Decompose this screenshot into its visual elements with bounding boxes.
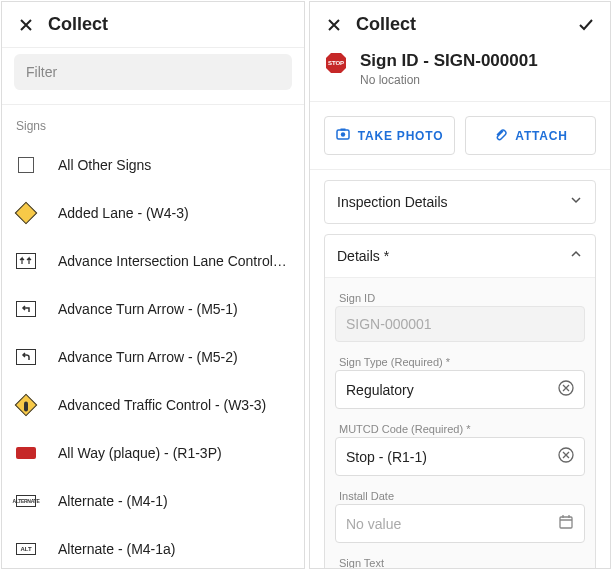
sign-type-label: Sign Type (Required) * [335,356,585,370]
record-sub: No location [360,73,538,87]
sign-item-w3-3[interactable]: Advanced Traffic Control - (W3-3) [2,381,304,429]
left-panel: Collect Signs All Other Signs Added Lane… [1,1,305,569]
field-sign-text: Sign Text STOP [335,557,585,569]
rect-arrows-icon [16,251,36,271]
inspection-section[interactable]: Inspection Details [324,180,596,224]
close-icon[interactable] [16,15,36,35]
details-header[interactable]: Details * [325,235,595,277]
right-title: Collect [356,14,576,35]
sign-item-added-lane[interactable]: Added Lane - (W4-3) [2,189,304,237]
sign-id-label: Sign ID [335,292,585,306]
camera-icon [336,127,350,144]
take-photo-button[interactable]: TAKE PHOTO [324,116,455,155]
stop-sign-icon: STOP [324,51,348,75]
close-icon[interactable] [324,15,344,35]
confirm-check-icon[interactable] [576,15,596,35]
rect-alt-icon: ALTERNATE [16,491,36,511]
sign-label: Advanced Traffic Control - (W3-3) [58,397,266,413]
diamond-yellow-icon [16,203,36,223]
mutcd-value: Stop - (R1-1) [346,449,558,465]
clear-icon[interactable] [558,380,574,399]
attach-button[interactable]: ATTACH [465,116,596,155]
sign-text-label: Sign Text [335,557,585,569]
action-row: TAKE PHOTO ATTACH [310,102,610,170]
sign-label: All Other Signs [58,157,151,173]
record-title: Sign ID - SIGN-000001 [360,51,538,71]
svg-point-3 [341,132,345,136]
sign-id-value: SIGN-000001 [346,316,574,332]
chevron-up-icon [569,247,583,265]
sign-label: Added Lane - (W4-3) [58,205,189,221]
mutcd-input[interactable]: Stop - (R1-1) [335,437,585,476]
sign-item-all-other[interactable]: All Other Signs [2,141,304,189]
sign-type-value: Regulatory [346,382,558,398]
field-mutcd: MUTCD Code (Required) * Stop - (R1-1) [335,423,585,476]
sign-item-m5-1[interactable]: Advance Turn Arrow - (M5-1) [2,285,304,333]
mutcd-label: MUTCD Code (Required) * [335,423,585,437]
empty-sign-icon [16,155,36,175]
field-install-date: Install Date No value [335,490,585,543]
svg-rect-4 [340,129,345,131]
sign-type-input[interactable]: Regulatory [335,370,585,409]
left-header: Collect [2,2,304,48]
left-title: Collect [48,14,290,35]
field-sign-type: Sign Type (Required) * Regulatory [335,356,585,409]
sign-item-advance-intersection[interactable]: Advance Intersection Lane Control -... [2,237,304,285]
sign-label: Advance Turn Arrow - (M5-1) [58,301,238,317]
inspection-title: Inspection Details [337,194,569,210]
right-panel: Collect STOP Sign ID - SIGN-000001 No lo… [309,1,611,569]
attach-icon [493,127,507,144]
sign-label: Advance Intersection Lane Control -... [58,253,290,269]
details-section: Details * Sign ID SIGN-000001 Sign Type … [324,234,596,569]
details-title: Details * [337,248,569,264]
filter-wrap [2,48,304,105]
svg-rect-7 [560,517,572,528]
rect-left-arrow-icon [16,299,36,319]
field-sign-id: Sign ID SIGN-000001 [335,292,585,342]
sign-item-m4-1[interactable]: ALTERNATE Alternate - (M4-1) [2,477,304,525]
sign-id-input: SIGN-000001 [335,306,585,342]
svg-text:STOP: STOP [328,60,344,66]
sign-item-r1-3p[interactable]: All Way (plaque) - (R1-3P) [2,429,304,477]
right-header: Collect [310,2,610,47]
diamond-signal-icon [16,395,36,415]
sign-item-m4-1a[interactable]: ALT Alternate - (M4-1a) [2,525,304,569]
sign-label: Alternate - (M4-1a) [58,541,175,557]
install-date-input[interactable]: No value [335,504,585,543]
sign-label: Advance Turn Arrow - (M5-2) [58,349,238,365]
sign-label: Alternate - (M4-1) [58,493,168,509]
take-photo-label: TAKE PHOTO [358,129,444,143]
rect-alt2-icon: ALT [16,539,36,559]
filter-input[interactable] [14,54,292,90]
section-label: Signs [2,105,304,141]
attach-label: ATTACH [515,129,567,143]
sign-label: All Way (plaque) - (R1-3P) [58,445,222,461]
details-body: Sign ID SIGN-000001 Sign Type (Required)… [325,277,595,569]
record-row: STOP Sign ID - SIGN-000001 No location [310,47,610,102]
rect-red-icon [16,443,36,463]
clear-icon[interactable] [558,447,574,466]
chevron-down-icon [569,193,583,211]
rect-left-arrow2-icon [16,347,36,367]
install-date-label: Install Date [335,490,585,504]
calendar-icon[interactable] [558,514,574,533]
sign-item-m5-2[interactable]: Advance Turn Arrow - (M5-2) [2,333,304,381]
install-date-value: No value [346,516,558,532]
